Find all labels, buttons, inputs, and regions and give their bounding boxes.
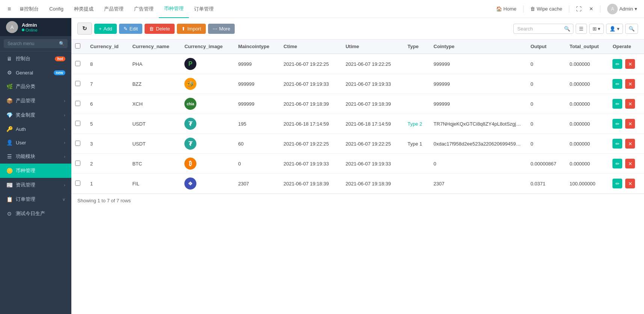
- table-search-button[interactable]: 🔍: [561, 24, 573, 34]
- nav-admin-item[interactable]: A Admin ▾: [605, 4, 639, 14]
- row-checkbox[interactable]: [75, 81, 80, 86]
- row-operate: ✏ ✕: [609, 74, 644, 94]
- coin-image: P: [184, 58, 196, 70]
- header-maincointype[interactable]: Maincointype: [234, 39, 280, 54]
- row-output: 0: [527, 134, 566, 154]
- header-output[interactable]: Output: [527, 39, 566, 54]
- header-type[interactable]: Type: [404, 39, 430, 54]
- delete-button[interactable]: 🗑 Delete: [145, 24, 175, 34]
- edit-row-button[interactable]: ✏: [612, 119, 622, 129]
- sidebar-item-auth[interactable]: 🔑 Auth ›: [0, 122, 71, 136]
- columns-button[interactable]: 👤 ▾: [606, 24, 623, 34]
- row-checkbox-cell: [71, 54, 86, 74]
- sidebar-item-user[interactable]: 👤 User ›: [0, 136, 71, 149]
- nav-species-link[interactable]: 种类提成: [69, 0, 99, 18]
- row-type: Type 2: [404, 114, 430, 134]
- columns-icon: 👤: [609, 26, 615, 32]
- header-total-output[interactable]: Total_output: [566, 39, 609, 54]
- sidebar-item-test-prod[interactable]: ⊙ 测试今日生产: [0, 206, 71, 221]
- search-toggle-button[interactable]: 🔍: [625, 24, 638, 34]
- edit-row-button[interactable]: ✏: [612, 59, 622, 69]
- sidebar-item-reward[interactable]: 💎 奖金制度 ›: [0, 108, 71, 122]
- arrow-icon: ›: [64, 154, 65, 159]
- header-currency-name[interactable]: Currency_name: [128, 39, 181, 54]
- row-name: FIL: [128, 174, 181, 194]
- arrow-icon: ›: [64, 127, 65, 131]
- row-checkbox[interactable]: [75, 101, 80, 106]
- nav-wipe-cache-item[interactable]: 🗑 Wipe cache: [528, 6, 564, 12]
- nav-dashboard-link[interactable]: 🖥 控制台: [14, 0, 44, 18]
- header-cointype[interactable]: Cointype: [430, 39, 527, 54]
- delete-row-button[interactable]: ✕: [625, 139, 635, 149]
- nav-home-item[interactable]: 🏠 Home: [494, 6, 519, 12]
- row-checkbox[interactable]: [75, 61, 80, 66]
- edit-button[interactable]: ✎ Edit: [119, 24, 142, 34]
- nav-expand-item[interactable]: ⛶: [574, 6, 584, 12]
- edit-row-button[interactable]: ✏: [612, 79, 622, 89]
- sidebar-item-news-mgmt[interactable]: 📰 资讯管理 ›: [0, 178, 71, 192]
- delete-row-button[interactable]: ✕: [625, 99, 635, 109]
- row-name: XCH: [128, 94, 181, 114]
- row-maincointype: 0: [234, 154, 280, 174]
- sidebar-item-dashboard[interactable]: 控制台 hot: [0, 52, 71, 66]
- sidebar-item-coin-mgmt[interactable]: 🪙 币种管理: [0, 164, 71, 178]
- row-output: 0: [527, 74, 566, 94]
- header-currency-image[interactable]: Currency_image: [181, 39, 234, 54]
- header-currency-id[interactable]: Currency_id: [86, 39, 128, 54]
- user-status: Online: [22, 28, 38, 32]
- leaf-icon: 🌿: [6, 83, 13, 89]
- table-header-row: Currency_id Currency_name Currency_image…: [71, 39, 644, 54]
- nav-order-mgmt-link[interactable]: 订单管理: [189, 0, 219, 18]
- row-checkbox[interactable]: [75, 121, 80, 126]
- sidebar-item-general[interactable]: General new: [0, 66, 71, 79]
- edit-row-button[interactable]: ✏: [612, 179, 622, 188]
- nav-close-item[interactable]: ✕: [587, 6, 596, 12]
- type-link[interactable]: Type 2: [407, 121, 422, 127]
- row-checkbox[interactable]: [75, 161, 80, 166]
- product-icon: 📦: [6, 98, 13, 104]
- grid-icon: ⊞: [593, 26, 597, 32]
- sidebar-item-product-mgmt[interactable]: 📦 产品管理 ›: [0, 94, 71, 108]
- row-checkbox[interactable]: [75, 181, 80, 186]
- row-maincointype: 999999: [234, 94, 280, 114]
- grid-view-button[interactable]: ⊞ ▾: [589, 24, 604, 34]
- nav-config-link[interactable]: Config: [44, 0, 69, 18]
- add-button[interactable]: + + Add Add: [94, 24, 117, 34]
- search-menu-input[interactable]: [4, 39, 68, 48]
- delete-row-button[interactable]: ✕: [625, 79, 635, 89]
- edit-row-button[interactable]: ✏: [612, 139, 622, 149]
- row-image-cell: ⎆: [181, 174, 234, 194]
- import-button[interactable]: ⬆ Import: [177, 24, 206, 34]
- delete-row-button[interactable]: ✕: [625, 179, 635, 188]
- edit-row-button[interactable]: ✏: [612, 159, 622, 168]
- list-view-button[interactable]: ☰: [576, 24, 587, 34]
- header-utime[interactable]: Utime: [342, 39, 404, 54]
- menu-toggle-icon[interactable]: ≡: [5, 6, 14, 12]
- delete-row-button[interactable]: ✕: [625, 119, 635, 129]
- edit-row-button[interactable]: ✏: [612, 99, 622, 109]
- row-image-cell: P: [181, 54, 234, 74]
- sidebar-item-product-cat[interactable]: 🌿 产品分类: [0, 79, 71, 94]
- refresh-button[interactable]: ↻: [77, 23, 92, 35]
- row-cointype: 0: [430, 154, 527, 174]
- select-all-checkbox[interactable]: [75, 43, 80, 49]
- user-name: Admin: [22, 22, 38, 28]
- nav-ad-mgmt-link[interactable]: 广告管理: [129, 0, 159, 18]
- row-cointype: TR7NHqjeKQxGTCi8q8ZY4pL8otSzgjLj6t: [430, 114, 527, 134]
- delete-row-button[interactable]: ✕: [625, 159, 635, 168]
- nav-product-mgmt-link[interactable]: 产品管理: [99, 0, 129, 18]
- sidebar-item-func-module[interactable]: ☰ 功能模块 ›: [0, 149, 71, 164]
- header-ctime[interactable]: Ctime: [280, 39, 342, 54]
- row-checkbox-cell: [71, 114, 86, 134]
- row-id: 8: [86, 54, 128, 74]
- delete-row-button[interactable]: ✕: [625, 59, 635, 69]
- sidebar: A Admin Online 🔍 控制台 hot: [0, 18, 71, 314]
- row-checkbox[interactable]: [75, 141, 80, 146]
- main-layout: A Admin Online 🔍 控制台 hot: [0, 18, 644, 314]
- showing-text: Showing 1 to 7 of 7 rows: [71, 194, 644, 207]
- row-utime: 2021-06-18 17:14:59: [342, 114, 404, 134]
- sidebar-item-order-mgmt[interactable]: 📋 订单管理 ∨: [0, 192, 71, 206]
- row-type: [404, 74, 430, 94]
- more-button[interactable]: ⋯ More: [208, 24, 235, 34]
- nav-coin-mgmt-link[interactable]: 币种管理: [159, 0, 189, 18]
